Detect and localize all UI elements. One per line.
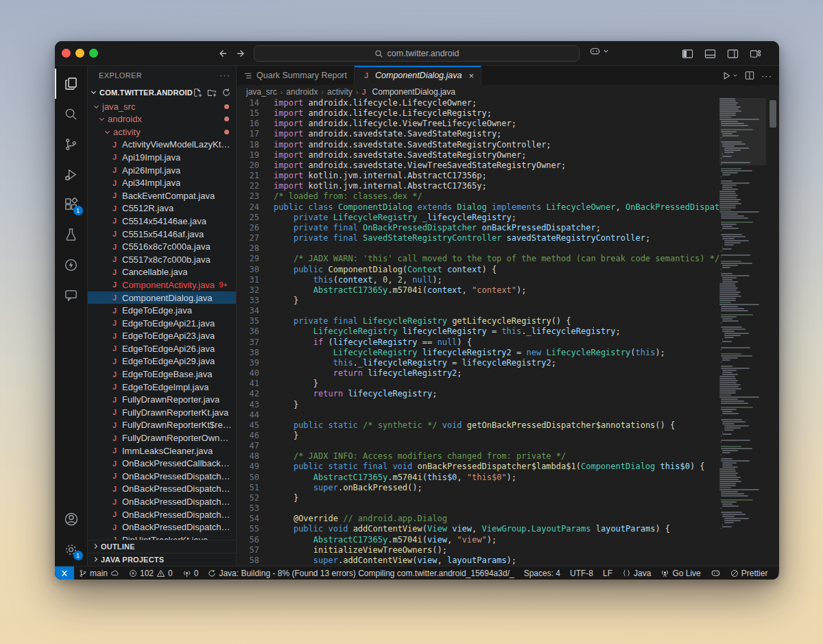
eol-button[interactable]: LF	[598, 569, 617, 578]
tree-file-c5517x8c7c000b-java[interactable]: JC5517x8c7c000b.java	[88, 253, 236, 266]
settings-gear-icon[interactable]: 1	[55, 534, 88, 564]
code-line-52[interactable]: 52 }	[237, 493, 719, 503]
remote-indicator-button[interactable]	[55, 567, 74, 580]
tree-file-componentactivity-java[interactable]: JComponentActivity.java9+	[88, 278, 236, 291]
code-line-19[interactable]: 19import androidx.savedstate.SavedStateR…	[237, 150, 719, 160]
tree-file-componentdialog-java[interactable]: JComponentDialog.java	[88, 291, 236, 305]
minimap[interactable]	[719, 98, 766, 566]
tree-file-onbackpresseddispatcher-add-[interactable]: JOnBackPressedDispatcher$add...	[88, 495, 236, 508]
forward-arrow-icon[interactable]	[234, 46, 249, 61]
code-line-29[interactable]: 29 /* JADX WARN: 'this' call moved to th…	[237, 254, 719, 264]
code-line-37[interactable]: 37 if (lifecycleRegistry == null) {	[237, 337, 719, 348]
tree-file-api19impl-java[interactable]: JApi19Impl.java	[88, 151, 236, 164]
code-line-47[interactable]: 47	[237, 441, 719, 451]
tree-file-fullydrawnreporter-java[interactable]: JFullyDrawnReporter.java	[88, 393, 236, 406]
tree-file-edgetoedgeapi21-java[interactable]: JEdgeToEdgeApi21.java	[88, 317, 236, 330]
code-line-54[interactable]: 54 @Override // android.app.Dialog	[237, 514, 719, 524]
breadcrumb-activity[interactable]: activity	[327, 87, 353, 97]
run-java-button[interactable]	[722, 71, 738, 80]
prettier-button[interactable]: Prettier	[726, 569, 773, 578]
encoding-button[interactable]: UTF-8	[565, 569, 598, 578]
notifications-bell-icon[interactable]	[772, 569, 779, 577]
breadcrumb-androidx[interactable]: androidx	[286, 87, 318, 97]
code-line-15[interactable]: 15import androidx.lifecycle.LifecycleReg…	[237, 108, 719, 119]
indentation-button[interactable]: Spaces: 4	[519, 569, 565, 578]
tree-file-cancellable-java[interactable]: JCancellable.java	[88, 266, 236, 279]
code-line-33[interactable]: 33 }	[237, 296, 719, 306]
command-center-search[interactable]: com.twitter.android	[254, 45, 580, 62]
code-line-50[interactable]: 50 AbstractC17365y.m5704i(this$0, "this$…	[237, 473, 719, 483]
tree-file-backeventcompat-java[interactable]: JBackEventCompat.java	[88, 189, 236, 202]
tree-file-edgetoedgeapi26-java[interactable]: JEdgeToEdgeApi26.java	[88, 342, 236, 355]
code-line-16[interactable]: 16import androidx.lifecycle.ViewTreeLife…	[237, 119, 719, 129]
code-line-49[interactable]: 49 public static final void onBackPresse…	[237, 462, 719, 472]
code-line-41[interactable]: 41 }	[237, 379, 719, 389]
code-line-44[interactable]: 44	[237, 410, 719, 420]
tree-file-c5515x54146af-java[interactable]: JC5515x54146af.java	[88, 228, 236, 241]
extensions-icon[interactable]: 1	[55, 189, 88, 219]
code-line-45[interactable]: 45 public static /* synthetic */ void ge…	[237, 420, 719, 431]
tree-file-edgetoedge-java[interactable]: JEdgeToEdge.java	[88, 304, 236, 317]
tree-file-edgetoedgeimpl-java[interactable]: JEdgeToEdgeImpl.java	[88, 381, 236, 394]
code-line-32[interactable]: 32 AbstractC17365y.m5704i(context, "cont…	[237, 285, 719, 296]
refresh-icon[interactable]	[222, 88, 231, 97]
tree-file-api34impl-java[interactable]: JApi34Impl.java	[88, 176, 236, 189]
project-root-row[interactable]: COM.TWITTER.ANDROID	[88, 85, 236, 100]
code-editor[interactable]: 14import androidx.lifecycle.LifecycleOwn…	[237, 98, 719, 566]
tree-file-api26impl-java[interactable]: JApi26Impl.java	[88, 164, 236, 177]
tab-quark-summary-report[interactable]: Quark Summary Report	[237, 66, 355, 85]
code-line-56[interactable]: 56 AbstractC17365y.m5704i(view, "view");	[237, 535, 719, 545]
code-line-30[interactable]: 30 public ComponentDialog(Context contex…	[237, 265, 719, 275]
tab-componentdialog-java[interactable]: J ComponentDialog.java ×	[355, 66, 481, 85]
code-line-39[interactable]: 39 this._lifecycleRegistry = lifecycleRe…	[237, 358, 719, 368]
code-line-27[interactable]: 27 private final SavedStateRegistryContr…	[237, 233, 719, 243]
tree-file-c5514x54146ae-java[interactable]: JC5514x54146ae.java	[88, 215, 236, 228]
code-line-48[interactable]: 48 /* JADX INFO: Access modifiers change…	[237, 451, 719, 462]
code-line-20[interactable]: 20import androidx.savedstate.ViewTreeSav…	[237, 160, 719, 171]
code-line-40[interactable]: 40 return lifecycleRegistry2;	[237, 368, 719, 379]
maximize-window-button[interactable]	[89, 49, 98, 58]
close-window-button[interactable]	[62, 49, 71, 58]
code-line-25[interactable]: 25 private LifecycleRegistry _lifecycleR…	[237, 213, 719, 223]
toggle-panel-icon[interactable]	[703, 46, 717, 61]
go-live-button[interactable]: Go Live	[656, 569, 705, 578]
new-folder-icon[interactable]	[207, 88, 217, 97]
tree-folder-java-src[interactable]: java_src	[88, 100, 236, 113]
java-build-status[interactable]: Java: Building - 8% (Found 13 errors) Co…	[203, 569, 518, 578]
code-line-28[interactable]: 28	[237, 243, 719, 254]
customize-layout-icon[interactable]	[748, 46, 763, 61]
code-line-21[interactable]: 21import kotlin.jvm.internal.AbstractC17…	[237, 171, 719, 181]
testing-icon[interactable]	[55, 219, 88, 250]
breadcrumb-java-src[interactable]: java_src	[246, 87, 277, 97]
run-debug-icon[interactable]	[55, 159, 88, 189]
split-editor-icon[interactable]	[745, 71, 754, 80]
code-line-38[interactable]: 38 LifecycleRegistry lifecycleRegistry2 …	[237, 348, 719, 358]
problems-button[interactable]: 102 0	[124, 569, 178, 578]
tree-file-onbackpresseddispatcher-add-[interactable]: JOnBackPressedDispatcher$add...	[88, 483, 236, 496]
code-line-35[interactable]: 35 private final LifecycleRegistry getLi…	[237, 316, 719, 326]
tree-file-onbackpresseddispatcherowne-[interactable]: JOnBackPressedDispatcherOwne...	[88, 521, 236, 534]
chat-icon[interactable]	[55, 280, 88, 310]
tree-file-onbackpressedcallback-java[interactable]: JOnBackPressedCallback.java	[88, 457, 236, 470]
close-tab-icon[interactable]: ×	[468, 71, 474, 81]
tree-file-c5512r-java[interactable]: JC5512R.java	[88, 202, 236, 215]
git-branch-button[interactable]: main	[74, 569, 124, 578]
tree-file-edgetoedgeapi29-java[interactable]: JEdgeToEdgeApi29.java	[88, 355, 236, 368]
code-line-57[interactable]: 57 initializeViewTreeOwners();	[237, 545, 719, 556]
tree-file-onbackpresseddispatcherkt-java[interactable]: JOnBackPressedDispatcherKt.java	[88, 508, 236, 521]
tree-file-edgetoedgeapi23-java[interactable]: JEdgeToEdgeApi23.java	[88, 329, 236, 342]
tree-file-onbackpresseddispatcher-java[interactable]: JOnBackPressedDispatcher.java	[88, 470, 236, 483]
code-line-24[interactable]: 24public class ComponentDialog extends D…	[237, 202, 719, 213]
code-line-31[interactable]: 31 this(context, 0, 2, null);	[237, 275, 719, 285]
java-projects-section-header[interactable]: JAVA PROJECTS	[88, 553, 236, 566]
tree-file-fullydrawnreporterkt-java[interactable]: JFullyDrawnReporterKt.java	[88, 406, 236, 419]
tree-file-c5516x8c7c000a-java[interactable]: JC5516x8c7c000a.java	[88, 240, 236, 253]
breadcrumb-file[interactable]: ComponentDialog.java	[372, 87, 455, 97]
tree-file-immleakscleaner-java[interactable]: JImmLeaksCleaner.java	[88, 444, 236, 457]
search-sidebar-icon[interactable]	[55, 99, 88, 129]
toggle-primary-sidebar-icon[interactable]	[680, 46, 695, 61]
code-line-55[interactable]: 55 public void addContentView(View view,…	[237, 524, 719, 534]
source-control-icon[interactable]	[55, 129, 88, 159]
code-line-17[interactable]: 17import androidx.savedstate.SavedStateR…	[237, 129, 719, 139]
code-line-18[interactable]: 18import androidx.savedstate.SavedStateR…	[237, 140, 719, 150]
